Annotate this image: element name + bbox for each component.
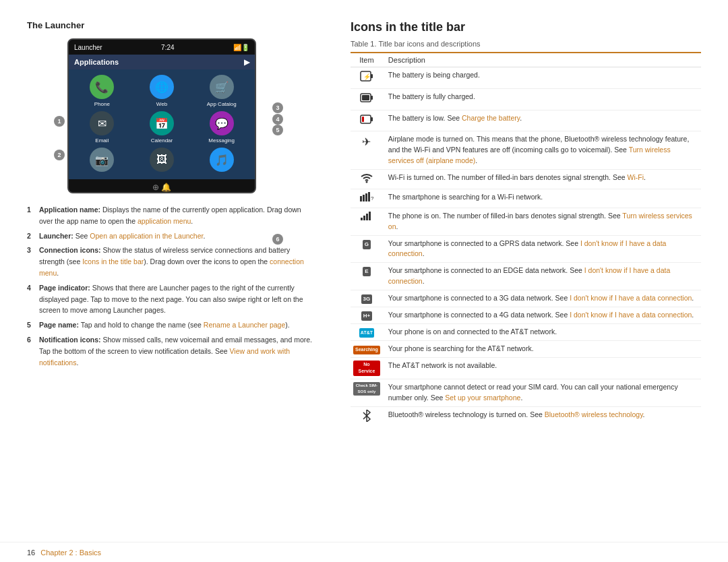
link-edge[interactable]: I don't know if I have a data connection <box>388 266 670 285</box>
4g-badge: H+ <box>361 311 372 321</box>
icon-calendar-circle: 📅 <box>150 111 174 135</box>
icon-email-label: Email <box>95 137 109 144</box>
link-charge-battery[interactable]: Charge the battery <box>462 114 520 122</box>
svg-rect-10 <box>360 196 362 201</box>
link-icons-title-bar[interactable]: Icons in the title bar <box>82 257 144 266</box>
svg-text:⚡: ⚡ <box>363 73 371 81</box>
desc-signal: The phone is on. The number of filled-in… <box>386 208 701 236</box>
phone-icon-camera: 📷 <box>74 148 130 174</box>
icon-battery-charging: ⚡ <box>351 67 386 89</box>
phone-icon-phone: 📞 Phone <box>74 75 130 107</box>
table-caption: Table 1. Title bar icons and description… <box>351 40 701 48</box>
svg-rect-4 <box>371 96 373 100</box>
svg-rect-15 <box>361 218 363 220</box>
icon-3g: 3G <box>351 290 386 307</box>
table-row: H+ Your smartphone is connected to a 4G … <box>351 307 701 323</box>
phone-icons-grid: 📞 Phone 🌐 Web 🛒 App Catalog ✉ Email <box>69 69 255 179</box>
svg-rect-16 <box>363 216 365 220</box>
icon-music-circle: 🎵 <box>210 148 234 172</box>
desc-att: Your phone is on and connected to the AT… <box>386 323 701 341</box>
link-wifi[interactable]: Wi-Fi <box>628 173 644 181</box>
link-wireless-on[interactable]: Turn wireless services on <box>388 212 692 230</box>
callout-1: 1 <box>54 116 65 127</box>
table-row: ✈ Airplane mode is turned on. This means… <box>351 131 701 169</box>
desc-check-sim: Your smartphone cannot detect or read yo… <box>386 379 701 407</box>
svg-rect-13 <box>368 192 370 201</box>
desc-searching: Your phone is searching for the AT&T net… <box>386 341 701 358</box>
icon-airplane: ✈ <box>351 131 386 169</box>
link-3g[interactable]: I don't know if I have a data connection <box>570 294 692 302</box>
phone-icon-email: ✉ Email <box>74 111 130 144</box>
left-panel: The Launcher 1 2 3 4 5 6 Launcher 7:24 📶… <box>27 20 337 528</box>
annotation-5: 5 Page name: Tap and hold to change the … <box>27 319 317 331</box>
link-view-notifications[interactable]: View and work with notifications <box>39 347 290 367</box>
phone-screenshot-container: 1 2 3 4 5 6 Launcher 7:24 📶🔋 Application… <box>47 38 317 193</box>
table-row: 3G Your smartphone is connected to a 3G … <box>351 290 701 307</box>
icon-photos-circle: 🖼 <box>150 148 174 172</box>
annotation-list: 1 Application name: Displays the name of… <box>27 204 317 368</box>
icon-signal <box>351 208 386 236</box>
table-row: Bluetooth® wireless technology is turned… <box>351 406 701 427</box>
app-bar-arrow: ▶ <box>244 58 249 67</box>
svg-rect-18 <box>369 212 371 220</box>
icon-camera-circle: 📷 <box>90 148 114 172</box>
svg-text:?: ? <box>371 195 374 201</box>
phone-icon-calendar: 📅 Calendar <box>134 111 190 144</box>
callout-2: 2 <box>54 150 65 160</box>
table-row: The battery is low. See Charge the batte… <box>351 110 701 131</box>
icon-edge: E <box>351 263 386 290</box>
icon-check-sim: Check SIM-SOS only <box>351 379 386 407</box>
svg-rect-1 <box>371 74 373 78</box>
annotation-3: 3 Connection icons: Show the status of w… <box>27 245 317 278</box>
link-airplane-mode[interactable]: Turn wireless services off (airplane mod… <box>388 146 671 164</box>
no-service-badge: No Service <box>353 361 380 376</box>
ann-text-1: Application name: Displays the name of t… <box>39 204 317 227</box>
link-gprs[interactable]: I don't know if I have a data connection <box>388 239 667 258</box>
ann-text-4: Page indicator: Shows that there are Lau… <box>39 282 317 316</box>
table-row: Wi-Fi is turned on. The number of filled… <box>351 169 701 189</box>
table-row: E Your smartphone is connected to an EDG… <box>351 263 701 290</box>
phone-bottom-bar: ⊕ 🔔 <box>69 179 255 193</box>
svg-rect-11 <box>363 195 365 201</box>
icon-calendar-label: Calendar <box>151 137 173 144</box>
link-rename-launcher[interactable]: Rename a Launcher page <box>204 321 285 329</box>
link-setup-smartphone[interactable]: Set up your smartphone <box>445 394 520 402</box>
table-row: ? The smartphone is searching for a Wi-F… <box>351 189 701 208</box>
link-application-menu[interactable]: application menu <box>138 217 191 225</box>
desc-battery-full: The battery is fully charged. <box>386 88 701 110</box>
link-open-application[interactable]: Open an application in the Launcher <box>90 232 203 240</box>
callout-6: 6 <box>272 234 283 245</box>
link-connection-menu[interactable]: connection menu <box>39 257 304 277</box>
table-row: AT&T Your phone is on and connected to t… <box>351 323 701 341</box>
table-row: G Your smartphone is connected to a GPRS… <box>351 235 701 263</box>
desc-wifi: Wi-Fi is turned on. The number of filled… <box>386 169 701 189</box>
svg-rect-8 <box>362 117 364 122</box>
footer-page-num: 16 <box>27 549 35 557</box>
left-section-title: The Launcher <box>27 20 317 30</box>
svg-rect-7 <box>371 117 373 121</box>
ann-num-3: 3 <box>27 245 36 278</box>
icon-wifi-searching: ? <box>351 189 386 208</box>
icon-searching: Searching <box>351 341 386 358</box>
airplane-symbol: ✈ <box>362 136 371 148</box>
phone-icon-catalog: 🛒 App Catalog <box>193 75 249 107</box>
link-4g[interactable]: I don't know if I have a data connection <box>570 311 692 319</box>
desc-bluetooth: Bluetooth® wireless technology is turned… <box>386 406 701 427</box>
ann-num-6: 6 <box>27 334 36 368</box>
phone-icon-messaging: 💬 Messaging <box>193 111 249 144</box>
table-row: The battery is fully charged. <box>351 88 701 110</box>
icon-battery-low <box>351 110 386 131</box>
icons-table: Item Description ⚡ The battery is being … <box>351 52 701 427</box>
link-bluetooth[interactable]: Bluetooth® wireless technology <box>545 410 643 418</box>
ann-num-2: 2 <box>27 230 36 242</box>
svg-rect-5 <box>362 95 369 100</box>
svg-rect-17 <box>366 214 368 220</box>
table-header-row: Item Description <box>351 53 701 67</box>
desc-battery-charging: The battery is being charged. <box>386 67 701 89</box>
svg-point-9 <box>365 181 367 183</box>
att-badge: AT&T <box>359 328 374 338</box>
desc-gprs: Your smartphone is connected to a GPRS d… <box>386 235 701 263</box>
ann-text-3: Connection icons: Show the status of wir… <box>39 245 317 278</box>
col-desc: Description <box>386 53 701 67</box>
icon-gprs: G <box>351 235 386 263</box>
